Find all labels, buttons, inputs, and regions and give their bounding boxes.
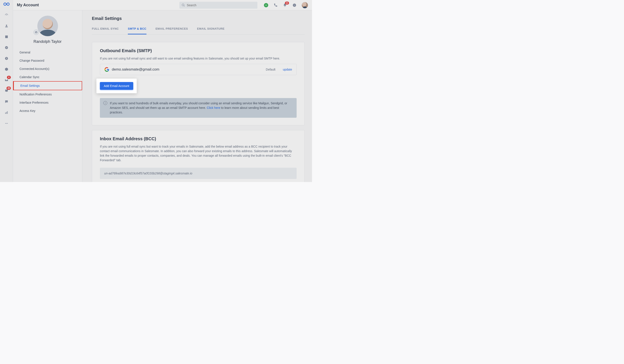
page-title: My Account xyxy=(17,3,39,7)
svg-point-5 xyxy=(7,101,8,102)
account-sidebar: Randolph Taylor General Change Password … xyxy=(13,10,82,182)
rail-companies-icon[interactable] xyxy=(2,33,10,41)
smtp-info-link[interactable]: Click here xyxy=(207,106,220,110)
svg-point-10 xyxy=(6,123,7,124)
nav-general[interactable]: General xyxy=(13,48,82,56)
svg-point-9 xyxy=(5,123,6,124)
add-email-spotlight: Add Email Account xyxy=(96,79,137,93)
smtp-default-label: Default xyxy=(266,68,275,71)
rail-inbox-badge: 49 xyxy=(6,87,11,90)
tab-email-signature[interactable]: EMAIL SIGNATURE xyxy=(197,27,225,34)
phone-icon[interactable] xyxy=(273,3,278,8)
rail-more-icon[interactable] xyxy=(2,119,10,127)
help-icon[interactable]: ? xyxy=(292,3,297,8)
smtp-update-link[interactable]: update xyxy=(283,68,292,71)
smtp-account-row: demo.salesmate@gmail.com Default update xyxy=(100,64,297,75)
notifications-icon[interactable]: 11 xyxy=(283,3,287,8)
top-bar: My Account 11 ? xyxy=(13,0,312,10)
profile-name: Randolph Taylor xyxy=(34,39,62,44)
tab-smtp-bcc[interactable]: SMTP & BCC xyxy=(128,27,147,34)
bcc-address-box[interactable]: un-ad76fea987e30d19c64f57a0f155b298@stag… xyxy=(100,168,297,179)
nav-access-key[interactable]: Access Key xyxy=(13,107,82,115)
svg-rect-6 xyxy=(5,113,6,114)
search-input[interactable] xyxy=(187,3,255,7)
email-tabs: FULL EMAIL SYNC SMTP & BCC EMAIL PREFERE… xyxy=(92,27,305,35)
rail-inbox-icon[interactable]: 49 xyxy=(2,87,10,95)
add-button[interactable] xyxy=(264,3,268,7)
svg-rect-8 xyxy=(7,111,8,114)
info-icon: i xyxy=(103,101,107,105)
rail-deals-icon[interactable]: $ xyxy=(2,55,10,62)
svg-point-11 xyxy=(7,123,8,124)
rail-mail-badge: 4 xyxy=(7,76,11,79)
tab-full-email-sync[interactable]: FULL EMAIL SYNC xyxy=(92,27,119,34)
search-icon xyxy=(182,3,185,7)
app-logo[interactable] xyxy=(3,3,9,6)
global-search[interactable] xyxy=(179,2,258,9)
rail-reports-icon[interactable] xyxy=(2,109,10,116)
rail-mail-icon[interactable]: 4 xyxy=(2,76,10,84)
bcc-desc: If you are not using full email sync but… xyxy=(100,144,297,162)
main-content: Email Settings FULL EMAIL SYNC SMTP & BC… xyxy=(82,10,312,182)
smtp-account-email: demo.salesmate@gmail.com xyxy=(112,67,159,72)
smtp-title: Outbound Emails (SMTP) xyxy=(100,48,297,53)
google-icon xyxy=(104,67,109,72)
main-title: Email Settings xyxy=(92,16,305,21)
svg-point-0 xyxy=(5,46,8,49)
svg-text:?: ? xyxy=(294,4,295,6)
svg-point-3 xyxy=(6,101,6,102)
smtp-desc: If you are not using full email sync and… xyxy=(100,56,297,61)
profile-avatar xyxy=(37,16,58,36)
rail-tasks-icon[interactable] xyxy=(2,44,10,51)
svg-point-4 xyxy=(6,101,7,102)
profile-header: Randolph Taylor xyxy=(13,16,82,44)
rail-dashboard-icon[interactable] xyxy=(2,11,10,19)
top-actions: 11 ? xyxy=(264,2,308,8)
nav-calendar-sync[interactable]: Calendar Sync xyxy=(13,73,82,81)
nav-notification-preferences[interactable]: Notification Preferences xyxy=(13,90,82,98)
user-avatar-menu[interactable] xyxy=(302,2,308,8)
add-email-account-button[interactable]: Add Email Account xyxy=(100,82,133,90)
svg-rect-7 xyxy=(6,112,6,114)
change-photo-button[interactable] xyxy=(33,29,39,35)
nav-interface-preferences[interactable]: Interface Preferences xyxy=(13,98,82,107)
rail-contacts-icon[interactable] xyxy=(2,22,10,30)
rail-chat-icon[interactable] xyxy=(2,98,10,106)
tab-email-preferences[interactable]: EMAIL PREFERENCES xyxy=(156,27,188,34)
rail-products-icon[interactable] xyxy=(2,65,10,73)
icon-rail: $ 4 49 xyxy=(0,0,13,182)
nav-email-settings[interactable]: Email Settings xyxy=(13,81,82,90)
bcc-card: Inbox Email Address (BCC) If you are not… xyxy=(92,130,305,182)
nav-connected-accounts[interactable]: Connected Account(s) xyxy=(13,65,82,73)
account-nav: General Change Password Connected Accoun… xyxy=(13,48,82,115)
svg-text:$: $ xyxy=(6,58,7,60)
notifications-badge: 11 xyxy=(285,1,289,4)
smtp-card: Outbound Emails (SMTP) If you are not us… xyxy=(92,42,305,125)
nav-change-password[interactable]: Change Password xyxy=(13,56,82,65)
bcc-title: Inbox Email Address (BCC) xyxy=(100,136,297,141)
smtp-info-box: i If you want to send hundreds of bulk e… xyxy=(100,98,297,118)
